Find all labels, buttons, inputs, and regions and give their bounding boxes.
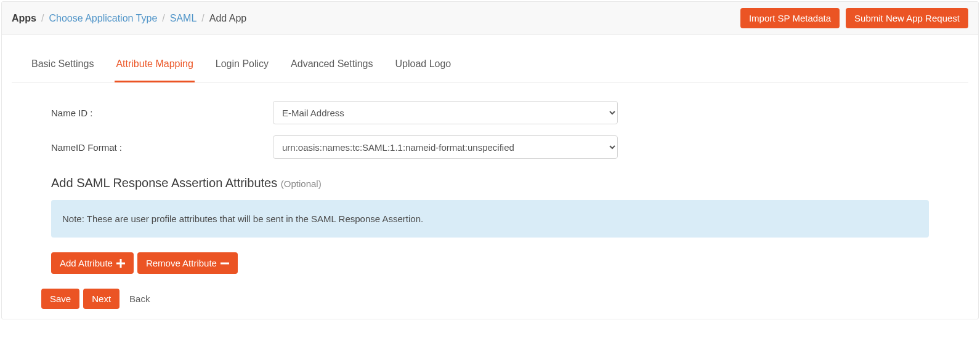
plus-icon <box>116 259 125 268</box>
name-id-label: Name ID : <box>51 108 273 118</box>
minus-icon <box>221 259 229 268</box>
name-id-format-select[interactable]: urn:oasis:names:tc:SAML:1.1:nameid-forma… <box>273 135 618 159</box>
page-container: Apps/Choose Application Type/SAML/Add Ap… <box>1 1 979 319</box>
tabs: Basic SettingsAttribute MappingLogin Pol… <box>12 47 968 82</box>
name-id-format-label: NameID Format : <box>51 142 273 153</box>
breadcrumb-separator: / <box>41 13 44 24</box>
tab-login-policy[interactable]: Login Policy <box>214 47 270 82</box>
breadcrumb-item[interactable]: Apps <box>12 13 36 24</box>
import-sp-metadata-button[interactable]: Import SP Metadata <box>740 8 840 28</box>
name-id-select[interactable]: E-Mail Address <box>273 101 618 124</box>
breadcrumb: Apps/Choose Application Type/SAML/Add Ap… <box>12 13 246 24</box>
content: Name ID : E-Mail Address NameID Format :… <box>2 82 978 289</box>
remove-attribute-button[interactable]: Remove Attribute <box>137 252 238 274</box>
add-attribute-label: Add Attribute <box>60 258 113 268</box>
tab-advanced-settings[interactable]: Advanced Settings <box>290 47 374 82</box>
add-attribute-button[interactable]: Add Attribute <box>51 252 134 274</box>
breadcrumb-item[interactable]: SAML <box>170 13 197 24</box>
note-box: Note: These are user profile attributes … <box>51 200 929 238</box>
tab-attribute-mapping[interactable]: Attribute Mapping <box>115 47 194 82</box>
svg-rect-2 <box>221 262 229 264</box>
breadcrumb-item: Add App <box>209 13 247 24</box>
section-heading-optional: (Optional) <box>281 178 322 189</box>
bottom-actions: Save Next Back <box>2 289 978 319</box>
section-heading: Add SAML Response Assertion Attributes (… <box>51 176 929 190</box>
topbar: Apps/Choose Application Type/SAML/Add Ap… <box>2 2 978 35</box>
remove-attribute-label: Remove Attribute <box>146 258 217 268</box>
next-button[interactable]: Next <box>83 289 119 309</box>
breadcrumb-separator: / <box>201 13 204 24</box>
submit-new-app-request-button[interactable]: Submit New App Request <box>846 8 968 28</box>
attribute-buttons: Add Attribute Remove Attribute <box>51 252 929 274</box>
name-id-format-row: NameID Format : urn:oasis:names:tc:SAML:… <box>51 135 929 159</box>
section-heading-text: Add SAML Response Assertion Attributes <box>51 176 277 190</box>
breadcrumb-item[interactable]: Choose Application Type <box>49 13 157 24</box>
back-button[interactable]: Back <box>123 289 156 309</box>
tab-basic-settings[interactable]: Basic Settings <box>30 47 95 82</box>
breadcrumb-separator: / <box>162 13 164 24</box>
tab-upload-logo[interactable]: Upload Logo <box>394 47 453 82</box>
svg-rect-1 <box>119 259 121 268</box>
topbar-actions: Import SP Metadata Submit New App Reques… <box>740 8 968 28</box>
save-button[interactable]: Save <box>41 289 79 309</box>
name-id-row: Name ID : E-Mail Address <box>51 101 929 124</box>
